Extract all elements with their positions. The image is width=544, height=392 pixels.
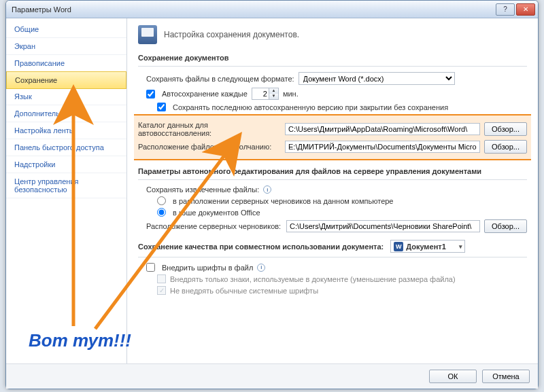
sidebar-item-trustcenter[interactable]: Центр управления безопасностью	[6, 173, 126, 198]
save-format-label: Сохранять файлы в следующем формате:	[146, 75, 294, 83]
fidelity-document-select[interactable]: W Документ1	[390, 240, 465, 253]
autosave-checkbox[interactable]	[146, 90, 155, 99]
sidebar-item-save[interactable]: Сохранение	[6, 71, 126, 89]
default-location-label: Расположение файлов по умолчанию:	[138, 143, 281, 151]
cancel-button[interactable]: Отмена	[482, 370, 530, 383]
sidebar-item-advanced[interactable]: Дополнительно	[6, 105, 126, 122]
checkedout-label: Сохранять извлеченные файлы:	[146, 185, 259, 194]
embed-used-only-checkbox	[157, 274, 166, 283]
keep-last-autosave-label: Сохранять последнюю автосохраненную верс…	[173, 103, 448, 111]
autorecover-path-input[interactable]	[285, 123, 480, 135]
embed-fonts-checkbox[interactable]	[146, 263, 155, 272]
page-heading: Настройка сохранения документов.	[164, 30, 299, 39]
sidebar-item-display[interactable]: Экран	[6, 38, 126, 55]
sidebar-item-proofing[interactable]: Правописание	[6, 55, 126, 72]
info-icon[interactable]: i	[257, 264, 265, 272]
keep-last-autosave-checkbox[interactable]	[157, 103, 166, 111]
section-preserve-fidelity: Сохранение качества при совместном испол…	[138, 243, 384, 251]
server-drafts-label: Расположение серверных черновиков:	[146, 222, 282, 230]
default-location-browse-button[interactable]: Обзор...	[484, 140, 527, 154]
autosave-interval-spinner[interactable]: ▲▼	[252, 88, 279, 100]
save-icon	[138, 25, 157, 44]
save-format-select[interactable]: Документ Word (*.docx)	[299, 72, 455, 85]
embed-fonts-label: Внедрить шрифты в файл	[162, 264, 253, 272]
server-drafts-input[interactable]	[286, 220, 480, 232]
sidebar: Общие Экран Правописание Сохранение Язык…	[6, 18, 127, 363]
word-doc-icon: W	[394, 242, 403, 251]
autosave-unit: мин.	[283, 90, 299, 98]
default-location-input[interactable]	[285, 141, 480, 153]
sidebar-item-ribbon[interactable]: Настройка ленты	[6, 122, 126, 139]
highlighted-paths: Каталог данных для автовосстановления: О…	[134, 114, 531, 160]
dialog-footer: ОК Отмена	[6, 363, 538, 389]
titlebar[interactable]: Параметры Word ? ✕	[6, 1, 538, 18]
sidebar-item-general[interactable]: Общие	[6, 21, 126, 38]
no-system-fonts-label: Не внедрять обычные системные шрифты	[170, 287, 318, 295]
help-button[interactable]: ?	[496, 3, 515, 16]
embed-used-only-label: Внедрять только знаки, используемые в до…	[170, 275, 456, 283]
sidebar-item-qat[interactable]: Панель быстрого доступа	[6, 139, 126, 156]
options-dialog: Параметры Word ? ✕ Общие Экран Правописа…	[5, 0, 539, 389]
sidebar-item-addins[interactable]: Надстройки	[6, 156, 126, 173]
window-title: Параметры Word	[12, 5, 494, 14]
autosave-label: Автосохранение каждые	[162, 90, 248, 98]
section-offline-editing: Параметры автономного редактирования для…	[138, 166, 527, 180]
office-cache-radio[interactable]	[157, 208, 166, 217]
drafts-location-radio[interactable]	[157, 196, 166, 205]
close-button[interactable]: ✕	[516, 3, 535, 16]
info-icon[interactable]: i	[263, 185, 271, 194]
no-system-fonts-checkbox: ✓	[157, 286, 166, 295]
ok-button[interactable]: ОК	[429, 370, 477, 383]
autorecover-path-label: Каталог данных для автовосстановления:	[138, 121, 281, 137]
content-pane: Настройка сохранения документов. Сохране…	[127, 18, 538, 363]
autorecover-browse-button[interactable]: Обзор...	[484, 122, 527, 136]
sidebar-item-language[interactable]: Язык	[6, 88, 126, 105]
section-save-docs: Сохранение документов	[138, 52, 527, 67]
server-drafts-browse-button[interactable]: Обзор...	[484, 219, 527, 233]
office-cache-radio-label: в кэше документов Office	[173, 209, 260, 217]
drafts-location-radio-label: в расположении серверных черновиков на д…	[173, 197, 393, 205]
